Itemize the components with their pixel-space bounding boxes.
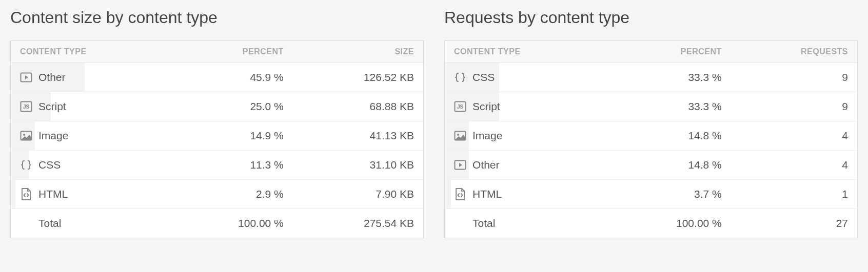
- value-cell: 9: [731, 63, 858, 92]
- requests-table-header: CONTENT TYPE PERCENT REQUESTS: [445, 41, 858, 63]
- table-row: Image14.8 %4: [445, 121, 858, 151]
- value-cell: 126.52 KB: [293, 63, 424, 92]
- table-row: Image14.9 %41.13 KB: [11, 121, 424, 151]
- play-icon: [454, 159, 466, 171]
- type-cell: Image: [445, 121, 608, 151]
- percent-cell: 14.9 %: [172, 121, 293, 151]
- table-row: JSScript33.3 %9: [445, 92, 858, 121]
- type-label: Other: [38, 71, 66, 83]
- type-cell: CSS: [11, 151, 172, 180]
- braces-icon: [454, 72, 466, 83]
- percent-cell: 100.00 %: [608, 209, 731, 238]
- value-cell: 9: [731, 92, 858, 121]
- requests-panel-title: Requests by content type: [444, 8, 858, 27]
- play-icon: [20, 72, 32, 83]
- svg-text:JS: JS: [457, 104, 464, 110]
- size-table-header: CONTENT TYPE PERCENT SIZE: [11, 41, 424, 63]
- js-icon: JS: [454, 101, 466, 112]
- value-cell: 31.10 KB: [293, 151, 424, 180]
- table-row: HTML2.9 %7.90 KB: [11, 180, 424, 209]
- col-percent: PERCENT: [172, 41, 293, 63]
- percent-cell: 33.3 %: [608, 92, 731, 121]
- percent-cell: 25.0 %: [172, 92, 293, 121]
- image-icon: [20, 130, 32, 141]
- requests-panel: Requests by content type CONTENT TYPE PE…: [444, 8, 858, 238]
- content-breakdown: Content size by content type CONTENT TYP…: [0, 0, 868, 253]
- value-cell: 7.90 KB: [293, 180, 424, 209]
- table-row: Other45.9 %126.52 KB: [11, 63, 424, 92]
- percent-cell: 14.8 %: [608, 151, 731, 180]
- type-label: HTML: [472, 188, 502, 200]
- type-cell: Other: [445, 151, 608, 180]
- type-cell: HTML: [445, 180, 608, 209]
- svg-point-4: [23, 134, 25, 136]
- value-cell: 41.13 KB: [293, 121, 424, 151]
- percent-cell: 11.3 %: [172, 151, 293, 180]
- type-cell: JSScript: [445, 92, 608, 121]
- col-percent: PERCENT: [608, 41, 731, 63]
- braces-icon: [20, 159, 32, 171]
- table-row: CSS11.3 %31.10 KB: [11, 151, 424, 180]
- type-label: Total: [38, 217, 61, 229]
- value-cell: 4: [731, 121, 858, 151]
- value-cell: 275.54 KB: [293, 209, 424, 238]
- value-cell: 27: [731, 209, 858, 238]
- type-cell: Other: [11, 63, 172, 92]
- total-row: Total100.00 %275.54 KB: [11, 209, 424, 238]
- svg-text:JS: JS: [23, 104, 30, 110]
- size-table: CONTENT TYPE PERCENT SIZE Other45.9 %126…: [10, 40, 424, 238]
- type-label: Total: [472, 217, 495, 229]
- type-cell: JSScript: [11, 92, 172, 121]
- type-cell: CSS: [445, 63, 608, 92]
- type-label: Script: [472, 100, 500, 113]
- percent-cell: 100.00 %: [172, 209, 293, 238]
- size-panel-title: Content size by content type: [10, 8, 424, 27]
- table-row: HTML3.7 %1: [445, 180, 858, 209]
- percent-cell: 33.3 %: [608, 63, 731, 92]
- size-panel: Content size by content type CONTENT TYP…: [10, 8, 424, 238]
- percent-bar: [11, 180, 15, 208]
- js-icon: JS: [20, 101, 32, 112]
- type-cell: Total: [445, 209, 608, 238]
- type-label: CSS: [38, 159, 61, 171]
- type-label: HTML: [38, 188, 68, 200]
- percent-cell: 3.7 %: [608, 180, 731, 209]
- image-icon: [454, 130, 466, 141]
- code-icon: [20, 189, 32, 200]
- value-cell: 1: [731, 180, 858, 209]
- type-label: Image: [472, 130, 502, 142]
- type-label: CSS: [472, 71, 495, 83]
- percent-cell: 14.8 %: [608, 121, 731, 151]
- svg-point-9: [457, 134, 459, 136]
- table-row: JSScript25.0 %68.88 KB: [11, 92, 424, 121]
- total-row: Total100.00 %27: [445, 209, 858, 238]
- type-cell: Total: [11, 209, 172, 238]
- type-cell: Image: [11, 121, 172, 151]
- table-row: CSS33.3 %9: [445, 63, 858, 92]
- value-cell: 4: [731, 151, 858, 180]
- requests-table: CONTENT TYPE PERCENT REQUESTS CSS33.3 %9…: [444, 40, 858, 238]
- type-label: Script: [38, 100, 66, 113]
- col-content-type: CONTENT TYPE: [445, 41, 608, 63]
- type-cell: HTML: [11, 180, 172, 209]
- table-row: Other14.8 %4: [445, 151, 858, 180]
- col-content-type: CONTENT TYPE: [11, 41, 172, 63]
- col-size: SIZE: [293, 41, 424, 63]
- percent-cell: 45.9 %: [172, 63, 293, 92]
- type-label: Image: [38, 130, 68, 142]
- type-label: Other: [472, 159, 500, 171]
- col-requests: REQUESTS: [731, 41, 858, 63]
- value-cell: 68.88 KB: [293, 92, 424, 121]
- code-icon: [454, 189, 466, 200]
- percent-bar: [445, 180, 451, 208]
- percent-cell: 2.9 %: [172, 180, 293, 209]
